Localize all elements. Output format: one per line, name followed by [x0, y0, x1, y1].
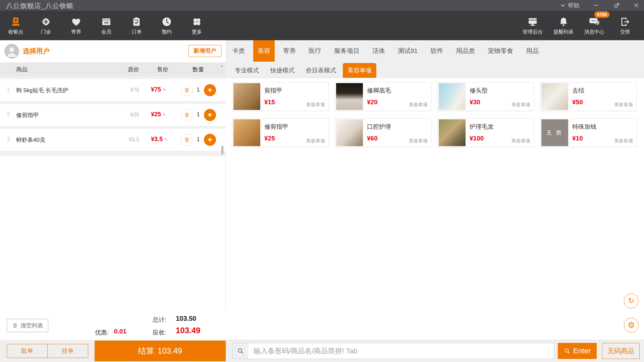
- mode-tab[interactable]: 专业模式: [230, 63, 264, 78]
- product-name: 口腔护理: [367, 123, 391, 131]
- no-barcode-product-button[interactable]: 无码商品: [602, 343, 640, 359]
- product-card[interactable]: 修脚底毛 ¥20 美容单项: [335, 82, 431, 111]
- nav-item[interactable]: 寄养: [61, 11, 91, 40]
- nav-item[interactable]: 管理后台: [517, 11, 548, 40]
- nav-item-label: 订单: [131, 29, 142, 35]
- cart-scrollbar-thumb[interactable]: [221, 146, 223, 155]
- nav-item[interactable]: 门诊: [31, 11, 61, 40]
- product-card[interactable]: 去结 ¥50 美容单项: [540, 82, 637, 111]
- cart-row: 1 狗 5kg短毛 长毛洗护 ¥75 ¥75✎ 1 +: [0, 79, 226, 101]
- product-card[interactable]: 无 图 特殊加钱 ¥10 美容单项: [540, 118, 637, 147]
- nav-item[interactable]: ¥ 收银台: [1, 11, 31, 40]
- cart-item-list: 1 狗 5kg短毛 长毛洗护 ¥75 ¥75✎ 1 + 2 修剪指甲 ¥25 ¥…: [0, 76, 226, 156]
- category-tab[interactable]: 用品类: [451, 40, 479, 62]
- increase-quantity-button[interactable]: +: [204, 109, 216, 121]
- product-card[interactable]: 修剪指甲 ¥25 美容单项: [232, 118, 329, 147]
- nav-item[interactable]: 预约: [152, 11, 182, 40]
- nav-item-label: 消息中心: [584, 29, 604, 35]
- category-tab[interactable]: 服务项目: [330, 40, 364, 62]
- category-tab[interactable]: 用品: [522, 40, 543, 62]
- product-image: 无 图: [541, 119, 568, 146]
- increase-quantity-button[interactable]: +: [204, 134, 216, 146]
- category-tab[interactable]: 寄养: [279, 40, 300, 62]
- remove-item-button[interactable]: [181, 84, 193, 96]
- clinic-icon: [40, 16, 52, 27]
- minimize-button[interactable]: [591, 0, 601, 11]
- order-clipboard-icon: [131, 16, 142, 27]
- nav-item[interactable]: VIP 会员: [91, 11, 121, 40]
- foster-heart-icon: [70, 16, 82, 27]
- search-icon-box: [232, 343, 249, 359]
- catalog-panel: 卡类美容寄养医疗服务项目活体测试91软件用品类宠物零食用品 专业模式快捷模式价目…: [226, 40, 644, 362]
- category-tab[interactable]: 医疗: [304, 40, 326, 62]
- product-image: [233, 119, 260, 146]
- mode-tab[interactable]: 价目表模式: [301, 63, 341, 78]
- amount-due-label: 应收:: [153, 328, 166, 337]
- shift-exit-icon: [620, 16, 631, 27]
- cart-totals: 清空列表 总计: 103.50 优惠: 0.01 应收: 103.49: [0, 310, 226, 340]
- row-index: 1: [7, 86, 10, 93]
- total-label: 总计:: [153, 316, 166, 324]
- edit-price-icon[interactable]: ✎: [164, 137, 168, 142]
- hold-order-button[interactable]: 挂单: [47, 344, 88, 358]
- barcode-search-input[interactable]: [248, 343, 554, 359]
- person-icon: [4, 44, 19, 59]
- product-card[interactable]: 剪指甲 ¥15 美容单项: [232, 82, 329, 111]
- restore-window-button[interactable]: [612, 0, 622, 11]
- product-card[interactable]: 修头型 ¥30 美容单项: [437, 82, 534, 111]
- enter-button[interactable]: Enter: [558, 343, 597, 359]
- search-bar: Enter 无码商品: [226, 340, 644, 362]
- cart-item-name: 鲜虾条40克: [16, 136, 45, 144]
- category-tab[interactable]: 软件: [426, 40, 447, 62]
- search-icon: [564, 348, 571, 354]
- take-order-button[interactable]: 取单: [7, 344, 47, 358]
- add-user-button[interactable]: 新增用户: [189, 45, 221, 57]
- category-tab[interactable]: 卡类: [228, 40, 249, 62]
- message-count-badge: 9786: [594, 11, 609, 18]
- remove-item-button[interactable]: [181, 109, 193, 121]
- category-tab[interactable]: 宠物零食: [483, 40, 518, 62]
- enter-label: Enter: [573, 347, 591, 355]
- discount-value: 0.01: [114, 328, 126, 335]
- appointment-clock-icon: [161, 16, 172, 27]
- refresh-icon: ↻: [628, 297, 634, 305]
- increase-quantity-button[interactable]: +: [204, 84, 216, 96]
- product-name: 剪指甲: [264, 86, 282, 95]
- settings-button[interactable]: ⚙: [624, 318, 639, 333]
- close-button[interactable]: [631, 0, 641, 11]
- search-icon: [237, 347, 244, 355]
- category-tab[interactable]: 活体: [368, 40, 389, 62]
- category-tab[interactable]: 美容: [253, 40, 275, 62]
- remove-item-button[interactable]: [181, 134, 193, 146]
- mode-tab[interactable]: 美容单项: [343, 63, 376, 78]
- product-card[interactable]: 护理毛发 ¥100 美容单项: [437, 118, 534, 147]
- product-category-tag: 美容单项: [409, 102, 428, 108]
- product-image: [439, 83, 466, 110]
- checkout-button[interactable]: 结算 103.49: [95, 341, 226, 361]
- nav-item[interactable]: 提醒列表: [548, 11, 579, 40]
- quantity-value: 1: [195, 111, 202, 118]
- nav-item[interactable]: 交班: [610, 11, 641, 40]
- scroll-up-arrow[interactable]: ▲: [220, 64, 223, 68]
- user-avatar[interactable]: [4, 44, 19, 59]
- product-price: ¥100: [470, 135, 484, 142]
- col-header-quantity: 数量: [188, 66, 208, 73]
- nav-item[interactable]: 更多: [182, 11, 212, 40]
- nav-item[interactable]: 消息中心 9786: [579, 11, 610, 40]
- product-category-tag: 美容单项: [512, 102, 530, 108]
- refresh-button[interactable]: ↻: [624, 294, 639, 308]
- select-user-link[interactable]: 选择用户: [23, 47, 50, 56]
- category-tab[interactable]: 测试91: [393, 40, 422, 62]
- help-menu[interactable]: 帮助: [560, 0, 579, 11]
- edit-price-icon[interactable]: ✎: [162, 112, 166, 117]
- clear-list-button[interactable]: 清空列表: [7, 319, 48, 332]
- nav-item-label: 会员: [101, 29, 111, 35]
- mode-tab[interactable]: 快捷模式: [266, 63, 299, 78]
- edit-price-icon[interactable]: ✎: [162, 87, 166, 93]
- nav-item[interactable]: 订单: [121, 11, 152, 40]
- product-card[interactable]: 口腔护理 ¥60 美容单项: [335, 118, 431, 147]
- gear-icon: ⚙: [628, 320, 635, 330]
- nav-left-group: ¥ 收银台 门诊 寄养 VIP 会员 订单 预约 更多: [1, 11, 212, 40]
- cart-panel: 选择用户 新增用户 商品 原价 售价 数量 1 狗 5kg短毛 长毛洗护 ¥75…: [0, 40, 226, 362]
- sale-price-group: ¥3.5✎: [151, 136, 181, 143]
